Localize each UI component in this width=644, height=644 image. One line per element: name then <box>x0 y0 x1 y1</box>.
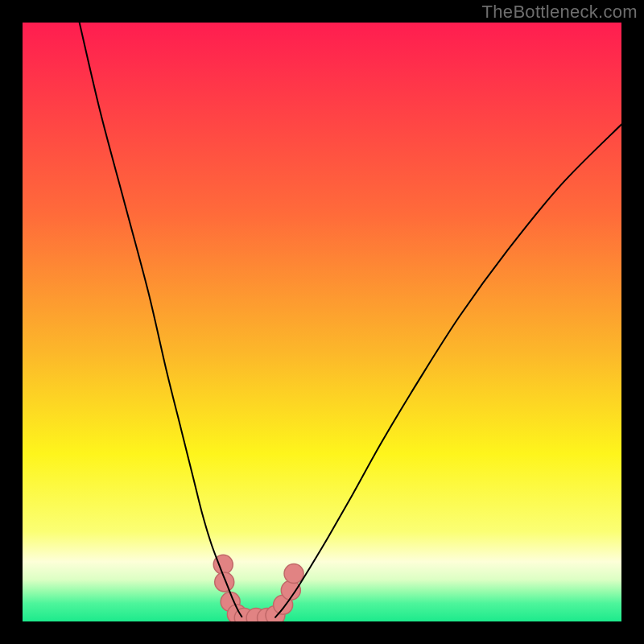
watermark-label: TheBottleneck.com <box>482 2 638 23</box>
chart-svg <box>23 23 621 621</box>
valley-marker <box>284 564 303 583</box>
valley-marker <box>215 572 234 592</box>
chart-frame: TheBottleneck.com <box>0 0 644 644</box>
plot-area <box>23 23 621 621</box>
chart-background <box>23 23 621 621</box>
